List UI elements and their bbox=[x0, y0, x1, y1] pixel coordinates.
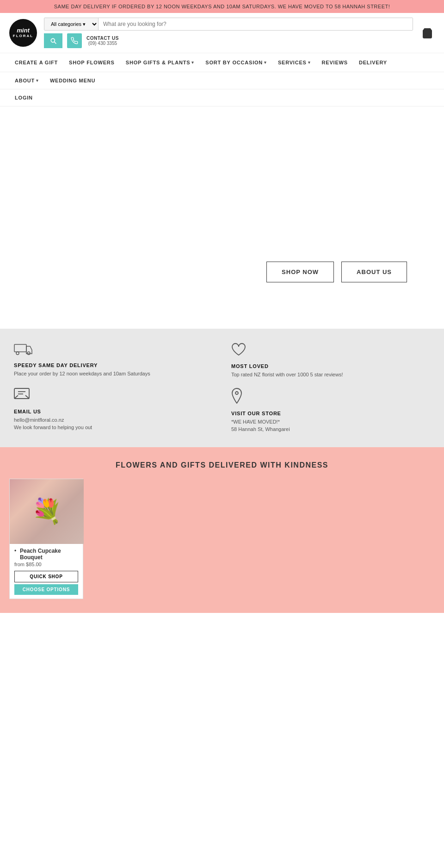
search-button[interactable] bbox=[44, 33, 62, 48]
feature-store-title: VISIT OUR STORE bbox=[231, 411, 430, 416]
second-nav: ABOUT ▾ WEDDING MENU bbox=[0, 72, 444, 89]
feature-loved-title: MOST LOVED bbox=[231, 363, 430, 369]
search-input[interactable] bbox=[99, 18, 413, 30]
feature-loved: MOST LOVED Top rated NZ florist with ove… bbox=[231, 343, 430, 379]
nav-login[interactable]: LOGIN bbox=[9, 92, 435, 103]
phone-button[interactable] bbox=[67, 33, 82, 48]
feature-email-title: EMAIL US bbox=[14, 409, 213, 414]
shop-now-button[interactable]: SHOP NOW bbox=[266, 262, 334, 282]
chevron-down-icon: ▾ bbox=[308, 60, 311, 65]
search-icon bbox=[49, 37, 57, 44]
phone-icon bbox=[71, 37, 78, 44]
contact-phone: (09) 430 3355 bbox=[86, 41, 119, 46]
cart-button[interactable] bbox=[420, 26, 435, 42]
truck-icon bbox=[14, 343, 213, 359]
product-price: from $85.00 bbox=[14, 562, 78, 567]
pin-icon bbox=[231, 388, 430, 407]
nav-wedding-menu[interactable]: WEDDING MENU bbox=[44, 75, 101, 86]
cart-icon bbox=[422, 28, 433, 39]
feature-delivery-title: SPEEDY SAME DAY DELIVERY bbox=[14, 362, 213, 368]
products-section-title: FLOWERS AND GIFTS DELIVERED WITH KINDNES… bbox=[9, 461, 435, 469]
product-card: 💐 Peach Cupcake Bouquet from $85.00 QUIC… bbox=[9, 479, 83, 599]
product-info: Peach Cupcake Bouquet from $85.00 QUICK … bbox=[10, 544, 83, 599]
nav-create-a-gift[interactable]: CREATE A GIFT bbox=[9, 57, 63, 68]
header: mint FLORAL All categories ▾ CONTACT US … bbox=[0, 13, 444, 53]
contact-info: CONTACT US (09) 430 3355 bbox=[86, 36, 119, 46]
main-nav: CREATE A GIFT SHOP FLOWERS SHOP GIFTS & … bbox=[0, 53, 444, 72]
heart-icon bbox=[231, 343, 430, 360]
product-name-wrapper: Peach Cupcake Bouquet bbox=[14, 548, 78, 561]
chevron-down-icon: ▾ bbox=[264, 60, 267, 65]
chevron-down-icon: ▾ bbox=[191, 60, 194, 65]
feature-delivery: SPEEDY SAME DAY DELIVERY Place your orde… bbox=[14, 343, 213, 379]
features-section: SPEEDY SAME DAY DELIVERY Place your orde… bbox=[0, 329, 444, 447]
nav-shop-gifts-plants[interactable]: SHOP GIFTS & PLANTS ▾ bbox=[120, 57, 200, 68]
nav-reviews[interactable]: REVIEWS bbox=[316, 57, 353, 68]
chat-icon bbox=[14, 388, 213, 405]
cart-area bbox=[420, 24, 435, 42]
feature-email: EMAIL US hello@mintfloral.co.nz We look … bbox=[14, 388, 213, 433]
hero-buttons: SHOP NOW ABOUT US bbox=[266, 262, 407, 282]
contact-label: CONTACT US bbox=[86, 36, 119, 41]
quick-shop-button[interactable]: QUICK SHOP bbox=[14, 571, 78, 582]
category-select[interactable]: All categories ▾ bbox=[44, 18, 99, 30]
feature-loved-desc: Top rated NZ florist with over 1000 5 st… bbox=[231, 371, 430, 379]
nav-delivery[interactable]: DELIVERY bbox=[353, 57, 393, 68]
products-section: FLOWERS AND GIFTS DELIVERED WITH KINDNES… bbox=[0, 447, 444, 613]
product-image: 💐 bbox=[10, 479, 84, 544]
banner-text: SAME DAY DELIVERY IF ORDERED BY 12 NOON … bbox=[54, 4, 390, 9]
product-name: Peach Cupcake Bouquet bbox=[20, 548, 78, 561]
choose-options-button[interactable]: CHOOSE OPTIONS bbox=[14, 584, 78, 595]
header-actions: CONTACT US (09) 430 3355 bbox=[44, 33, 413, 48]
logo[interactable]: mint FLORAL bbox=[9, 19, 37, 47]
chevron-down-icon: ▾ bbox=[36, 78, 39, 83]
login-row: LOGIN bbox=[0, 89, 444, 106]
svg-rect-1 bbox=[14, 344, 26, 352]
svg-point-2 bbox=[16, 352, 19, 355]
nav-about[interactable]: ABOUT ▾ bbox=[9, 75, 44, 86]
svg-point-7 bbox=[235, 392, 238, 394]
flower-illustration: 💐 bbox=[10, 479, 84, 544]
nav-shop-flowers[interactable]: SHOP FLOWERS bbox=[63, 57, 120, 68]
feature-delivery-desc: Place your order by 12 noon weekdays and… bbox=[14, 370, 213, 378]
hero-section: SHOP NOW ABOUT US bbox=[0, 106, 444, 329]
search-area: All categories ▾ CONTACT US (09) 430 335… bbox=[44, 18, 413, 48]
svg-point-3 bbox=[27, 352, 30, 355]
search-row: All categories ▾ bbox=[44, 18, 413, 31]
about-us-button[interactable]: ABOUT US bbox=[341, 262, 407, 282]
feature-store-desc: *WE HAVE MOVED!* 58 Hannah St, Whangarei bbox=[231, 418, 430, 433]
feature-email-desc: hello@mintfloral.co.nz We look forward t… bbox=[14, 416, 213, 431]
top-banner: SAME DAY DELIVERY IF ORDERED BY 12 NOON … bbox=[0, 0, 444, 13]
feature-store: VISIT OUR STORE *WE HAVE MOVED!* 58 Hann… bbox=[231, 388, 430, 433]
nav-sort-by-occasion[interactable]: SORT BY OCCASION ▾ bbox=[200, 57, 272, 68]
nav-services[interactable]: SERVICES ▾ bbox=[272, 57, 316, 68]
